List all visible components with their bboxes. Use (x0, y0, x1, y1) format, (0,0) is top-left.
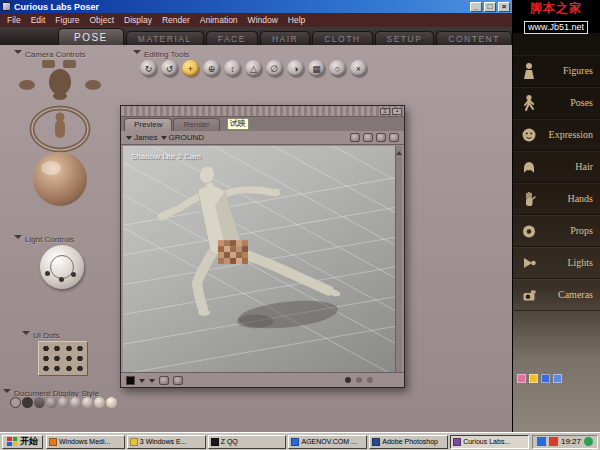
ui-dot[interactable] (64, 364, 74, 373)
library-item-poses[interactable]: Poses (513, 87, 600, 119)
camera-controls[interactable] (16, 59, 104, 213)
tray-network-icon[interactable] (537, 437, 546, 446)
tab-hair[interactable]: HAIR (260, 31, 310, 45)
window-menu-icon[interactable]: ≡ (380, 108, 390, 115)
search-icon[interactable] (553, 374, 562, 383)
maximize-button-icon[interactable]: □ (484, 2, 496, 12)
display-style-smooth-shaded[interactable] (94, 397, 105, 408)
page-dot[interactable] (345, 377, 351, 383)
chain-break-tool[interactable]: ∅ (266, 60, 283, 77)
translate-inout-tool[interactable]: ⊕ (203, 60, 220, 77)
menu-figure[interactable]: Figure (50, 13, 84, 27)
tab-face[interactable]: FACE (206, 31, 258, 45)
actor-menu[interactable]: James (126, 132, 158, 143)
rotate-tool[interactable]: ↻ (140, 60, 157, 77)
clock[interactable]: 19:27 (561, 437, 581, 446)
display-style-lit-wireframe[interactable] (58, 397, 69, 408)
camera-name-label[interactable]: Shadow Lite 2 Cam (131, 152, 201, 161)
display-style-flat-lined[interactable] (82, 397, 93, 408)
depth-cue-icon[interactable] (159, 376, 169, 385)
menu-object[interactable]: Object (84, 13, 119, 27)
camera-view-icon[interactable] (350, 133, 360, 142)
dropdown-arrow-icon[interactable] (149, 379, 155, 386)
ui-dot[interactable] (64, 354, 74, 363)
camera-view-icon[interactable] (376, 133, 386, 142)
tab-content[interactable]: CONTENT (436, 31, 512, 45)
ui-dot[interactable] (41, 364, 51, 373)
display-style-texture-shaded[interactable] (106, 397, 117, 408)
translate-pull-tool[interactable]: + (182, 60, 199, 77)
scale-tool[interactable]: ↕ (224, 60, 241, 77)
ui-dot[interactable] (52, 364, 62, 373)
ui-dot[interactable] (75, 344, 85, 353)
display-style-flat-shaded[interactable] (70, 397, 81, 408)
display-style-silhouette[interactable] (22, 397, 33, 408)
camera-controls-label[interactable]: Camera Controls (14, 50, 85, 59)
window-collapse-icon[interactable]: ▪ (392, 108, 402, 115)
display-style-outline[interactable] (10, 397, 21, 408)
camera-view-icon[interactable] (363, 133, 373, 142)
menu-help[interactable]: Help (283, 13, 310, 27)
viewport[interactable]: Shadow Lite 2 Cam (123, 146, 395, 372)
prop-menu[interactable]: GROUND (161, 132, 205, 143)
tab-pose[interactable]: POSE (58, 28, 124, 45)
morphing-tool[interactable]: × (350, 60, 367, 77)
document-window-titlebar[interactable]: ≡ ▪ (121, 106, 404, 117)
display-style-hidden-line[interactable] (46, 397, 57, 408)
tab-render[interactable]: Render (173, 118, 219, 131)
tab-cloth[interactable]: CLOTH (312, 31, 372, 45)
color-tool[interactable]: ◑ (287, 60, 304, 77)
tracking-mode-icon[interactable] (173, 376, 183, 385)
grouping-tool[interactable]: ▦ (308, 60, 325, 77)
favorites-icon[interactable] (517, 374, 526, 383)
ui-dot[interactable] (41, 344, 51, 353)
background-color-swatch[interactable] (126, 376, 135, 385)
library-item-expression[interactable]: Expression (513, 119, 600, 151)
tab-material[interactable]: MATERIAL (126, 31, 204, 45)
dropdown-arrow-icon[interactable] (139, 379, 145, 386)
page-dot[interactable] (367, 377, 373, 383)
browse-icon[interactable] (541, 374, 550, 383)
library-item-lights[interactable]: Lights (513, 247, 600, 279)
taskbar-button-agenov[interactable]: AGENOV.COM ... (288, 435, 367, 449)
taskbar-button-poser[interactable]: Curious Labs... (450, 435, 529, 449)
view-magnifier-tool[interactable]: ○ (329, 60, 346, 77)
light-indicator-icon[interactable] (59, 277, 64, 282)
minimize-button-icon[interactable]: _ (470, 2, 482, 12)
taskbar-button-qq[interactable]: Z QQ (208, 435, 287, 449)
twist-tool[interactable]: ↺ (161, 60, 178, 77)
tab-setup[interactable]: SETUP (375, 31, 435, 45)
folder-up-icon[interactable] (529, 374, 538, 383)
camera-view-icon[interactable] (389, 133, 399, 142)
light-controls[interactable] (40, 245, 84, 289)
start-button[interactable]: 开始 (2, 435, 43, 449)
viewport-side-strip[interactable] (395, 146, 402, 372)
taskbar-button-explorer-group[interactable]: 3 Windows E... (127, 435, 206, 449)
menu-window[interactable]: Window (243, 13, 283, 27)
menu-file[interactable]: File (2, 13, 26, 27)
tray-status-icon[interactable] (584, 437, 593, 446)
library-item-hair[interactable]: Hair (513, 151, 600, 183)
light-indicator-icon[interactable] (45, 271, 50, 276)
tab-preview[interactable]: Preview (124, 118, 172, 131)
ui-dot[interactable] (41, 354, 51, 363)
menu-display[interactable]: Display (119, 13, 157, 27)
light-controls-label[interactable]: Light Controls (14, 235, 74, 244)
display-style-wireframe[interactable] (34, 397, 45, 408)
menu-edit[interactable]: Edit (26, 13, 51, 27)
library-item-figures[interactable]: Figures (513, 55, 600, 87)
ui-dots-label[interactable]: UI Dots (22, 331, 60, 340)
taper-tool[interactable]: △ (245, 60, 262, 77)
ui-dot[interactable] (52, 354, 62, 363)
title-bar[interactable]: Curious Labs Poser _ □ × (0, 0, 512, 13)
library-item-cameras[interactable]: Cameras (513, 279, 600, 311)
light-indicator-icon[interactable] (71, 272, 76, 277)
taskbar-button-photoshop[interactable]: Adobe Photoshop (369, 435, 448, 449)
page-dot[interactable] (356, 377, 362, 383)
ui-dot[interactable] (64, 344, 74, 353)
ui-dot[interactable] (52, 344, 62, 353)
close-button-icon[interactable]: × (498, 2, 510, 12)
menu-animation[interactable]: Animation (195, 13, 243, 27)
menu-render[interactable]: Render (157, 13, 195, 27)
tray-antivirus-icon[interactable] (549, 437, 558, 446)
